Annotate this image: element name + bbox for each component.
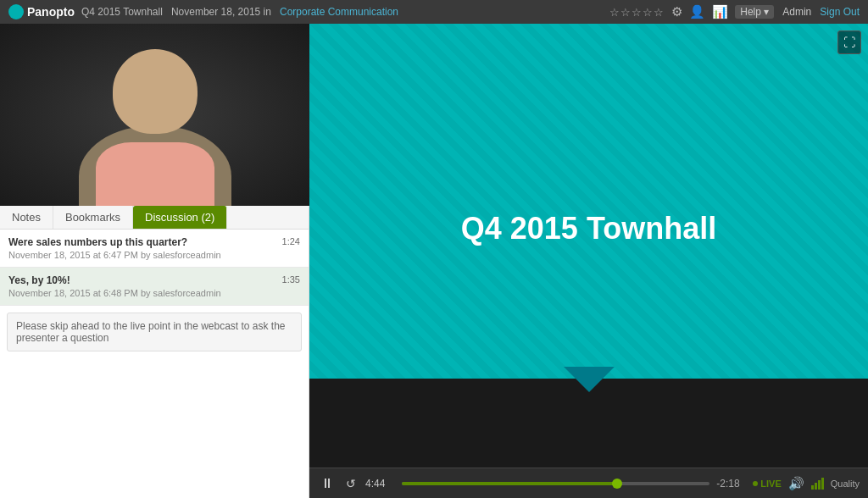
video-date: November 18, 2015 in <box>171 6 271 18</box>
discussion-question: Yes, by 10%! <box>8 274 275 286</box>
vol-bar-3 <box>818 480 821 490</box>
discussion-header: Were sales numbers up this quarter? 1:24 <box>8 236 300 248</box>
tab-notes[interactable]: Notes <box>0 206 53 229</box>
person-face <box>113 49 198 134</box>
skip-notice: Please skip ahead to the live point in t… <box>7 313 302 351</box>
left-panel: Notes Bookmarks Discussion (2) Were sale… <box>0 24 309 498</box>
discussion-item: Yes, by 10%! 1:35 November 18, 2015 at 6… <box>0 268 309 306</box>
category-link[interactable]: Corporate Communication <box>280 6 398 18</box>
main-layout: Notes Bookmarks Discussion (2) Were sale… <box>0 24 868 498</box>
discussion-timestamp: 1:35 <box>282 274 300 285</box>
topbar-icons: ⚙ 👤 📊 <box>671 4 728 19</box>
discussion-meta: November 18, 2015 at 6:47 PM by salesfor… <box>8 250 300 260</box>
quality-label[interactable]: Quality <box>831 479 860 489</box>
discussion-item: Were sales numbers up this quarter? 1:24… <box>0 230 309 268</box>
logo-text: Panopto <box>27 5 75 19</box>
discussion-timestamp: 1:24 <box>282 236 300 246</box>
admin-label: Admin <box>782 6 811 18</box>
vol-bar-1 <box>811 485 814 490</box>
logo: Panopto <box>8 4 75 19</box>
live-dot-icon <box>753 481 758 486</box>
rewind-button[interactable]: ↺ <box>343 477 359 490</box>
live-label: LIVE <box>760 479 781 489</box>
right-panel: Q4 2015 Townhall ⛶ ⏸ ↺ 4:44 -2:18 LIVE 🔊 <box>309 24 868 498</box>
share-icon[interactable]: 📊 <box>712 4 728 19</box>
video-area: Q4 2015 Townhall ⛶ <box>309 24 868 468</box>
users-icon[interactable]: 👤 <box>689 4 705 19</box>
vol-bar-2 <box>815 483 817 490</box>
progress-knob[interactable] <box>612 479 622 489</box>
discussions-panel: Were sales numbers up this quarter? 1:24… <box>0 230 309 498</box>
rating-stars[interactable]: ☆☆☆☆☆ <box>609 6 665 19</box>
signout-link[interactable]: Sign Out <box>820 6 860 18</box>
slide-title: Q4 2015 Townhall <box>461 211 716 246</box>
person-shirt <box>96 142 214 206</box>
live-badge: LIVE <box>753 479 781 489</box>
topbar-right: Help ▾ Admin Sign Out <box>735 5 860 19</box>
tab-discussion[interactable]: Discussion (2) <box>133 206 227 229</box>
settings-icon[interactable]: ⚙ <box>671 4 682 19</box>
panopto-logo-icon <box>8 4 24 19</box>
current-time: 4:44 <box>365 478 395 490</box>
progress-fill <box>402 482 617 485</box>
slide-background <box>309 24 868 379</box>
discussion-question: Were sales numbers up this quarter? <box>8 236 275 248</box>
discussion-header: Yes, by 10%! 1:35 <box>8 274 300 286</box>
player-controls: ⏸ ↺ 4:44 -2:18 LIVE 🔊 Quality <box>309 468 868 498</box>
slide-bottom <box>309 379 868 468</box>
tabs-bar: Notes Bookmarks Discussion (2) <box>0 206 309 230</box>
vol-bar-4 <box>821 478 824 490</box>
help-button[interactable]: Help ▾ <box>735 5 774 19</box>
volume-button[interactable]: 🔊 <box>788 476 804 491</box>
slide-arrow <box>564 367 615 392</box>
topbar: Panopto Q4 2015 Townhall November 18, 20… <box>0 0 868 24</box>
volume-bars <box>811 478 824 490</box>
video-title: Q4 2015 Townhall <box>81 6 163 18</box>
play-pause-button[interactable]: ⏸ <box>318 476 337 491</box>
tab-bookmarks[interactable]: Bookmarks <box>53 206 133 229</box>
discussion-meta: November 18, 2015 at 6:48 PM by salesfor… <box>8 288 300 298</box>
fullscreen-button[interactable]: ⛶ <box>837 30 861 54</box>
remaining-time: -2:18 <box>716 478 746 490</box>
breadcrumb: Q4 2015 Townhall November 18, 2015 in Co… <box>81 6 398 18</box>
presenter-video <box>0 24 309 206</box>
progress-bar[interactable] <box>402 482 709 485</box>
